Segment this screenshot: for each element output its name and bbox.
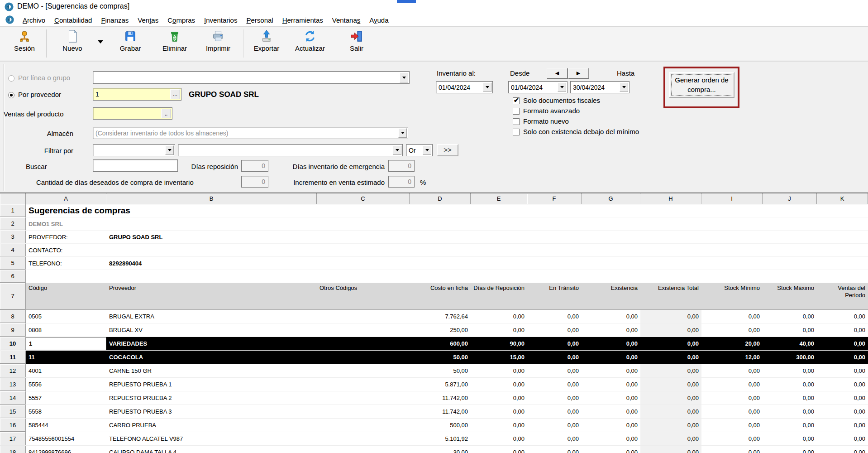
incremento-input[interactable]: 0 — [388, 176, 415, 188]
data-cell[interactable]: 0,00 — [582, 446, 640, 453]
menu-item-archivo[interactable]: Archivo — [18, 15, 50, 25]
dias-emergencia-input[interactable]: 0 — [388, 160, 415, 172]
ventas-browse-button[interactable]: .. — [161, 109, 171, 118]
row-number-10[interactable]: 10 — [0, 337, 26, 350]
data-cell[interactable]: 50,00 — [410, 351, 471, 364]
data-cell[interactable]: 0,00 — [763, 446, 817, 453]
data-cell[interactable]: 0,00 — [527, 432, 582, 445]
data-cell[interactable]: 0,00 — [817, 419, 868, 432]
row-number-13[interactable]: 13 — [0, 378, 26, 391]
column-header-A[interactable]: A — [26, 193, 106, 204]
data-cell[interactable]: 12,00 — [701, 351, 763, 364]
header-cell[interactable]: Ventas del Periodo — [817, 283, 868, 309]
data-cell[interactable]: 0,00 — [582, 378, 640, 391]
data-cell[interactable]: 0,00 — [763, 391, 817, 405]
data-cell[interactable] — [317, 432, 410, 445]
data-cell[interactable]: 600,00 — [410, 337, 471, 350]
data-cell[interactable]: 7.762,64 — [410, 310, 471, 323]
data-cell[interactable]: 300,00 — [763, 351, 817, 364]
data-cell[interactable]: 75485556001554 — [26, 432, 106, 445]
column-header-F[interactable]: F — [527, 193, 582, 204]
data-cell[interactable]: 0,00 — [701, 364, 763, 377]
column-header-G[interactable]: G — [582, 193, 640, 204]
data-cell[interactable] — [317, 419, 410, 432]
data-cell[interactable]: 0,00 — [527, 405, 582, 418]
header-cell[interactable]: Existencia Total — [640, 283, 701, 309]
data-cell[interactable] — [317, 323, 410, 337]
data-cell[interactable]: 1 — [26, 337, 106, 350]
data-cell[interactable]: 0,00 — [817, 405, 868, 418]
table-row[interactable]: 90808BRUGAL XV250,000,000,000,000,000,00… — [0, 323, 868, 337]
header-cell[interactable]: Existencia — [582, 283, 640, 309]
desde-datepicker[interactable]: 01/04/2024 — [508, 81, 568, 93]
data-cell[interactable]: 5.101,92 — [410, 432, 471, 445]
data-cell[interactable]: REPUESTO PRUEBA 3 — [106, 405, 317, 418]
data-cell[interactable]: 0,00 — [817, 432, 868, 445]
data-cell[interactable] — [317, 446, 410, 453]
data-cell[interactable]: 0,00 — [817, 310, 868, 323]
eliminar-button[interactable]: Eliminar — [155, 29, 195, 58]
data-cell[interactable]: 0,00 — [701, 432, 763, 445]
table-row[interactable]: 135556REPUESTO PRUEBA 15.871,000,000,000… — [0, 378, 868, 391]
data-cell[interactable]: 0,00 — [527, 378, 582, 391]
data-cell[interactable]: 0,00 — [640, 351, 701, 364]
data-cell[interactable]: 5.871,00 — [410, 378, 471, 391]
menu-item-finanzas[interactable]: Finanzas — [96, 15, 133, 25]
proveedor-code-input[interactable]: 1 ... — [93, 88, 181, 101]
data-cell[interactable]: 0,00 — [471, 364, 527, 377]
menu-item-inventarios[interactable]: Inventarios — [200, 15, 242, 25]
data-cell[interactable]: 30,00 — [410, 446, 471, 453]
menu-item-ayuda[interactable]: Ayuda — [365, 15, 393, 25]
filtrar-campo-combobox[interactable] — [93, 144, 175, 156]
data-cell[interactable]: 0,00 — [701, 446, 763, 453]
imprimir-button[interactable]: Imprimir — [198, 29, 238, 58]
data-cell[interactable]: 90,00 — [471, 337, 527, 350]
data-cell[interactable]: 0,00 — [640, 310, 701, 323]
row-number-5[interactable]: 5 — [0, 257, 26, 270]
row-number-18[interactable]: 18 — [0, 446, 26, 453]
data-cell[interactable]: 0,00 — [763, 419, 817, 432]
column-header-J[interactable]: J — [763, 193, 817, 204]
checkbox-3[interactable] — [513, 129, 520, 135]
data-cell[interactable]: 0,00 — [640, 446, 701, 453]
data-cell[interactable]: 0,00 — [471, 419, 527, 432]
data-cell[interactable]: 40,00 — [763, 337, 817, 350]
data-cell[interactable]: 0,00 — [471, 446, 527, 453]
column-header-E[interactable]: E — [471, 193, 527, 204]
data-cell[interactable]: 0,00 — [582, 419, 640, 432]
chevron-down-icon[interactable] — [165, 145, 174, 155]
data-cell[interactable]: 0,00 — [640, 419, 701, 432]
column-header-C[interactable]: C — [317, 193, 410, 204]
inventario-al-datepicker[interactable]: 01/04/2024 — [436, 81, 493, 93]
filtrar-valor-combobox[interactable] — [178, 144, 403, 156]
data-cell[interactable]: CARNE 150 GR — [106, 364, 317, 377]
data-cell[interactable]: 0,00 — [582, 432, 640, 445]
chevron-down-icon[interactable] — [483, 82, 491, 92]
data-cell[interactable]: 0,00 — [471, 432, 527, 445]
row-number-6[interactable]: 6 — [0, 270, 26, 283]
data-cell[interactable]: 0,00 — [701, 391, 763, 405]
row-number-16[interactable]: 16 — [0, 419, 26, 432]
column-header-D[interactable]: D — [410, 193, 471, 204]
data-cell[interactable]: 0,00 — [817, 351, 868, 364]
table-row[interactable]: 124001CARNE 150 GR50,000,000,000,000,000… — [0, 364, 868, 378]
data-cell[interactable]: 0,00 — [582, 391, 640, 405]
data-cell[interactable]: 250,00 — [410, 323, 471, 337]
data-cell[interactable]: 0,00 — [527, 391, 582, 405]
row-number-8[interactable]: 8 — [0, 310, 26, 323]
column-header-H[interactable]: H — [640, 193, 701, 204]
data-cell[interactable] — [317, 405, 410, 418]
data-cell[interactable]: 11.742,00 — [410, 391, 471, 405]
header-cell[interactable]: Costo en ficha — [410, 283, 471, 309]
data-cell[interactable]: 0,00 — [763, 405, 817, 418]
cantidad-dias-input[interactable]: 0 — [241, 176, 268, 188]
row-number-3[interactable]: 3 — [0, 231, 26, 243]
data-cell[interactable]: COCACOLA — [106, 351, 317, 364]
data-cell[interactable]: 0,00 — [471, 391, 527, 405]
chevron-down-icon[interactable] — [423, 145, 431, 155]
row-number-2[interactable]: 2 — [0, 217, 26, 230]
data-cell[interactable]: 0,00 — [527, 351, 582, 364]
data-cell[interactable]: 0,00 — [763, 432, 817, 445]
menu-item-personal[interactable]: Personal — [242, 15, 277, 25]
column-header-K[interactable]: K — [817, 193, 868, 204]
